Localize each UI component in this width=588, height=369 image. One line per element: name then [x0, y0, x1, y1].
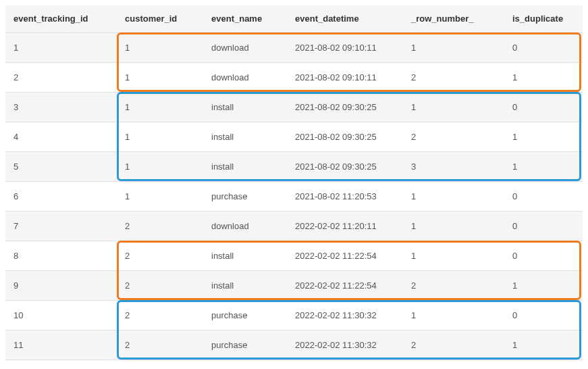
cell-event-name: install — [203, 270, 287, 300]
cell-event-tracking-id: 2 — [5, 62, 117, 92]
cell-event-tracking-id: 8 — [5, 241, 117, 270]
cell--row-number-: 1 — [403, 241, 504, 270]
cell-customer-id: 1 — [117, 62, 203, 92]
table-row: 72download2022-02-02 11:20:1110 — [5, 211, 583, 241]
cell--row-number-: 2 — [403, 270, 504, 300]
col-customer-id: customer_id — [117, 5, 203, 32]
cell-event-tracking-id: 6 — [5, 181, 117, 211]
cell-customer-id: 1 — [117, 92, 203, 122]
cell-event-tracking-id: 4 — [5, 122, 117, 151]
table-row: 102purchase2022-02-02 11:30:3210 — [5, 300, 583, 330]
cell-event-datetime: 2021-08-02 11:20:53 — [287, 181, 403, 211]
cell-event-name: purchase — [203, 300, 287, 330]
cell--row-number-: 1 — [403, 300, 504, 330]
table-row: 61purchase2021-08-02 11:20:5310 — [5, 181, 583, 211]
cell-is-duplicate: 1 — [504, 122, 583, 151]
cell-event-name: purchase — [203, 330, 287, 360]
table-row: 31install2021-08-02 09:30:2510 — [5, 92, 583, 122]
cell-is-duplicate: 1 — [504, 62, 583, 92]
cell-event-datetime: 2022-02-02 11:20:11 — [287, 211, 403, 241]
data-table-wrap: event_tracking_id customer_id event_name… — [5, 5, 583, 360]
cell--row-number-: 1 — [403, 211, 504, 241]
cell--row-number-: 1 — [403, 32, 504, 62]
cell-event-datetime: 2022-02-02 11:22:54 — [287, 241, 403, 270]
cell-event-tracking-id: 5 — [5, 151, 117, 181]
cell-is-duplicate: 0 — [504, 92, 583, 122]
cell--row-number-: 2 — [403, 62, 504, 92]
table-row: 41install2021-08-02 09:30:2521 — [5, 122, 583, 151]
cell-event-name: purchase — [203, 181, 287, 211]
cell-event-datetime: 2022-02-02 11:22:54 — [287, 270, 403, 300]
cell-event-name: install — [203, 241, 287, 270]
cell-event-datetime: 2021-08-02 09:30:25 — [287, 122, 403, 151]
data-table: event_tracking_id customer_id event_name… — [5, 5, 583, 360]
cell-event-tracking-id: 11 — [5, 330, 117, 360]
cell-event-tracking-id: 1 — [5, 32, 117, 62]
cell-customer-id: 1 — [117, 122, 203, 151]
col-row-number: _row_number_ — [403, 5, 504, 32]
cell-event-datetime: 2022-02-02 11:30:32 — [287, 330, 403, 360]
cell-is-duplicate: 0 — [504, 211, 583, 241]
cell-is-duplicate: 0 — [504, 241, 583, 270]
table-row: 112purchase2022-02-02 11:30:3221 — [5, 330, 583, 360]
cell-event-datetime: 2021-08-02 09:30:25 — [287, 92, 403, 122]
cell-customer-id: 2 — [117, 330, 203, 360]
cell-is-duplicate: 0 — [504, 32, 583, 62]
cell-is-duplicate: 1 — [504, 151, 583, 181]
cell-event-name: install — [203, 151, 287, 181]
table-row: 51install2021-08-02 09:30:2531 — [5, 151, 583, 181]
cell-customer-id: 1 — [117, 151, 203, 181]
cell-is-duplicate: 1 — [504, 270, 583, 300]
cell-customer-id: 2 — [117, 270, 203, 300]
cell-event-tracking-id: 9 — [5, 270, 117, 300]
table-row: 21download2021-08-02 09:10:1121 — [5, 62, 583, 92]
cell-event-datetime: 2021-08-02 09:10:11 — [287, 32, 403, 62]
cell-event-name: install — [203, 122, 287, 151]
cell--row-number-: 2 — [403, 330, 504, 360]
cell--row-number-: 1 — [403, 92, 504, 122]
cell-customer-id: 2 — [117, 241, 203, 270]
cell-customer-id: 2 — [117, 300, 203, 330]
cell-event-name: install — [203, 92, 287, 122]
table-row: 11download2021-08-02 09:10:1110 — [5, 32, 583, 62]
cell-is-duplicate: 1 — [504, 330, 583, 360]
table-header-row: event_tracking_id customer_id event_name… — [5, 5, 583, 32]
col-event-name: event_name — [203, 5, 287, 32]
cell-event-tracking-id: 10 — [5, 300, 117, 330]
col-is-duplicate: is_duplicate — [504, 5, 583, 32]
cell-event-name: download — [203, 211, 287, 241]
table-row: 92install2022-02-02 11:22:5421 — [5, 270, 583, 300]
col-event-tracking-id: event_tracking_id — [5, 5, 117, 32]
col-event-datetime: event_datetime — [287, 5, 403, 32]
cell-event-name: download — [203, 32, 287, 62]
cell-customer-id: 1 — [117, 181, 203, 211]
cell--row-number-: 2 — [403, 122, 504, 151]
cell-customer-id: 2 — [117, 211, 203, 241]
cell-customer-id: 1 — [117, 32, 203, 62]
cell-is-duplicate: 0 — [504, 181, 583, 211]
table-row: 82install2022-02-02 11:22:5410 — [5, 241, 583, 270]
cell-event-tracking-id: 3 — [5, 92, 117, 122]
cell-event-datetime: 2021-08-02 09:30:25 — [287, 151, 403, 181]
cell--row-number-: 3 — [403, 151, 504, 181]
cell--row-number-: 1 — [403, 181, 504, 211]
cell-event-datetime: 2021-08-02 09:10:11 — [287, 62, 403, 92]
cell-event-tracking-id: 7 — [5, 211, 117, 241]
cell-event-datetime: 2022-02-02 11:30:32 — [287, 300, 403, 330]
cell-is-duplicate: 0 — [504, 300, 583, 330]
cell-event-name: download — [203, 62, 287, 92]
